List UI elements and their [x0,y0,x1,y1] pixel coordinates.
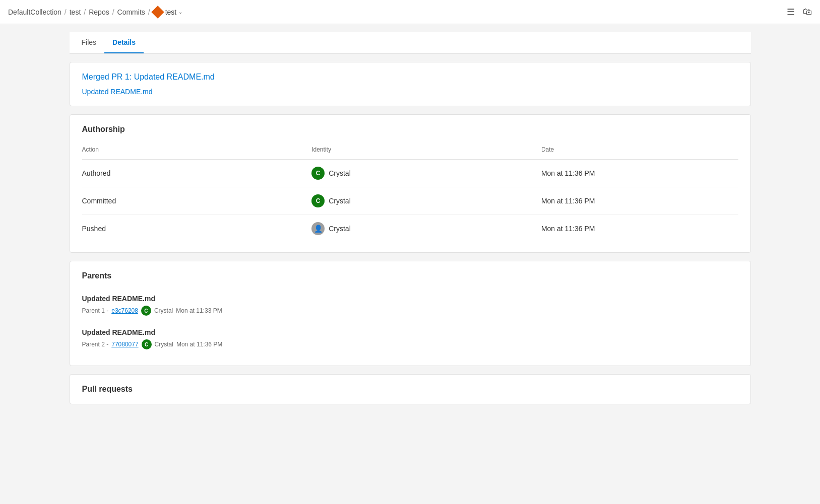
identity-name: Crystal [329,169,351,177]
col-header-identity: Identity [311,142,541,160]
auth-action: Committed [82,187,312,215]
topbar: DefaultCollection / test / Repos / Commi… [0,0,820,24]
parent-avatar: C [142,339,152,349]
parent-label: Parent 1 - [82,307,109,314]
breadcrumb-sep4: / [148,8,150,16]
identity-name: Crystal [329,225,351,233]
parent-hash[interactable]: e3c76208 [111,307,138,314]
auth-identity: 👤 Crystal [311,215,541,243]
topbar-actions: ☰ 🛍 [787,7,812,18]
authorship-card: Authorship Action Identity Date Authored… [70,114,751,253]
parent-author: Crystal [154,307,173,314]
parent-avatar: C [141,306,151,316]
authorship-table: Action Identity Date Authored C Crystal … [82,142,738,242]
identity-cell: 👤 Crystal [311,222,541,235]
auth-date: Mon at 11:36 PM [541,187,738,215]
parent-date: Mon at 11:36 PM [176,341,222,348]
commit-message-card: Merged PR 1: Updated README.md Updated R… [70,62,751,106]
parents-card: Parents Updated README.md Parent 1 - e3c… [70,261,751,366]
parent-hash[interactable]: 77080077 [111,341,138,348]
auth-action: Authored [82,160,312,187]
avatar: 👤 [311,222,325,235]
repo-diamond-icon [151,6,164,18]
tab-details[interactable]: Details [104,32,144,53]
breadcrumb-sep2: / [84,8,86,16]
pull-requests-title: Pull requests [82,385,738,394]
auth-date: Mon at 11:36 PM [541,215,738,243]
identity-name: Crystal [329,197,351,205]
commit-subtitle[interactable]: Updated README.md [82,88,153,96]
parent-meta: Parent 2 - 77080077 C Crystal Mon at 11:… [82,339,738,349]
tabs: Files Details [70,32,751,54]
breadcrumb-sep1: / [65,8,67,16]
list-icon[interactable]: ☰ [787,7,795,18]
authorship-table-header: Action Identity Date [82,142,738,160]
breadcrumb-collection[interactable]: DefaultCollection [8,8,61,16]
parent-commit-title[interactable]: Updated README.md [82,328,738,336]
bag-icon[interactable]: 🛍 [803,7,812,17]
breadcrumb: DefaultCollection / test / Repos / Commi… [8,8,182,17]
tab-files[interactable]: Files [74,32,105,53]
parents-title: Parents [82,271,738,280]
parent-date: Mon at 11:33 PM [176,307,222,314]
breadcrumb-commits[interactable]: Commits [117,8,145,16]
avatar: C [311,167,325,180]
col-header-action: Action [82,142,312,160]
auth-action: Pushed [82,215,312,243]
breadcrumb-repo[interactable]: test ⌄ [153,8,183,17]
parent-author: Crystal [155,341,173,348]
auth-identity: C Crystal [311,160,541,187]
parent-commit-title[interactable]: Updated README.md [82,295,738,303]
auth-date: Mon at 11:36 PM [541,160,738,187]
auth-identity: C Crystal [311,187,541,215]
breadcrumb-project[interactable]: test [70,8,81,16]
breadcrumb-repos[interactable]: Repos [89,8,109,16]
authorship-row: Pushed 👤 Crystal Mon at 11:36 PM [82,215,738,243]
main-content: Files Details Merged PR 1: Updated READM… [57,24,763,420]
authorship-row: Committed C Crystal Mon at 11:36 PM [82,187,738,215]
parent-meta: Parent 1 - e3c76208 C Crystal Mon at 11:… [82,306,738,316]
parent-item: Updated README.md Parent 2 - 77080077 C … [82,322,738,355]
authorship-row: Authored C Crystal Mon at 11:36 PM [82,160,738,187]
identity-cell: C Crystal [311,167,541,180]
parent-item: Updated README.md Parent 1 - e3c76208 C … [82,289,738,322]
col-header-date: Date [541,142,738,160]
avatar: C [311,194,325,207]
authorship-title: Authorship [82,125,738,134]
parent-label: Parent 2 - [82,341,109,348]
breadcrumb-sep3: / [112,8,114,16]
repo-dropdown-icon[interactable]: ⌄ [178,9,182,15]
identity-cell: C Crystal [311,194,541,207]
commit-title[interactable]: Merged PR 1: Updated README.md [82,73,738,82]
pull-requests-card: Pull requests [70,374,751,404]
